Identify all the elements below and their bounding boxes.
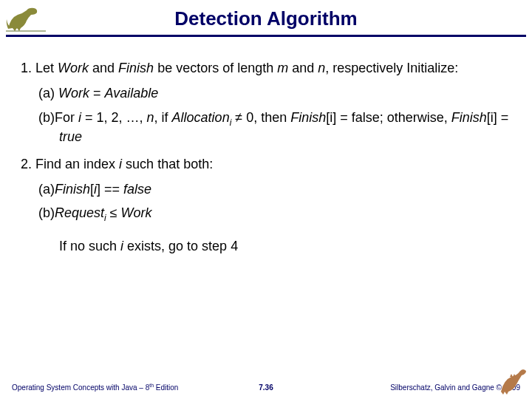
step-2a: (a)Finish[i] == false [21, 180, 511, 198]
m-var: m [277, 61, 288, 75]
t: be vectors of length [154, 61, 277, 75]
t: Find an index [35, 157, 119, 171]
t: exists, go to step 4 [123, 239, 238, 253]
request-var: Request [55, 205, 104, 220]
step2-num: 2. [21, 157, 32, 171]
work-var: Work [58, 86, 89, 100]
step-2: 2. Find an index i such that both: [21, 155, 511, 173]
t: For [55, 110, 78, 125]
t: , respectively Initialize: [325, 61, 458, 75]
t: such that both: [122, 157, 213, 171]
t: ≤ [106, 205, 121, 220]
true-val: true [59, 129, 82, 144]
label-2b: (b) [38, 205, 55, 220]
dinosaur-corner-icon [497, 364, 529, 396]
step-2-note: If no such i exists, go to step 4 [21, 237, 511, 255]
step-1a: (a) Work = Available [21, 84, 511, 102]
n-var: n [147, 110, 154, 125]
t: ] == [97, 182, 123, 197]
t: and [288, 61, 318, 75]
t: [i] = [487, 110, 509, 125]
n-var: n [318, 61, 325, 75]
t: ≠ 0, then [231, 110, 290, 125]
finish-var: Finish [451, 110, 487, 125]
t: [i] = false; otherwise, [326, 110, 451, 125]
t: and [89, 61, 118, 75]
slide-body: 1. Let Work and Finish be vectors of len… [0, 47, 532, 255]
t: , if [154, 110, 172, 125]
available-var: Available [105, 86, 159, 100]
t: = 1, 2, …, [81, 110, 147, 125]
false-val: false [123, 182, 151, 197]
label-2a: (a) [38, 182, 55, 197]
step-1: 1. Let Work and Finish be vectors of len… [21, 59, 511, 77]
work-var: Work [58, 61, 89, 75]
allocation-var: Allocation [172, 110, 230, 125]
work-var: Work [121, 205, 152, 220]
slide-title: Detection Algorithm [0, 7, 532, 30]
t: If no such [59, 239, 120, 253]
title-underline [6, 35, 526, 37]
finish-var: Finish [290, 110, 326, 125]
finish-var: Finish [55, 182, 90, 197]
label-1b: (b) [38, 110, 55, 125]
t: = [89, 86, 105, 100]
dinosaur-icon [4, 3, 47, 33]
step-1b: (b)For i = 1, 2, …, n, if Allocationi ≠ … [21, 109, 511, 146]
step1-num: 1. [21, 61, 32, 75]
finish-var: Finish [118, 61, 154, 75]
label-1a: (a) [38, 86, 58, 100]
t: Let [35, 61, 58, 75]
step-2b: (b)Requesti ≤ Work [21, 204, 511, 224]
slide-header: Detection Algorithm [0, 0, 532, 47]
